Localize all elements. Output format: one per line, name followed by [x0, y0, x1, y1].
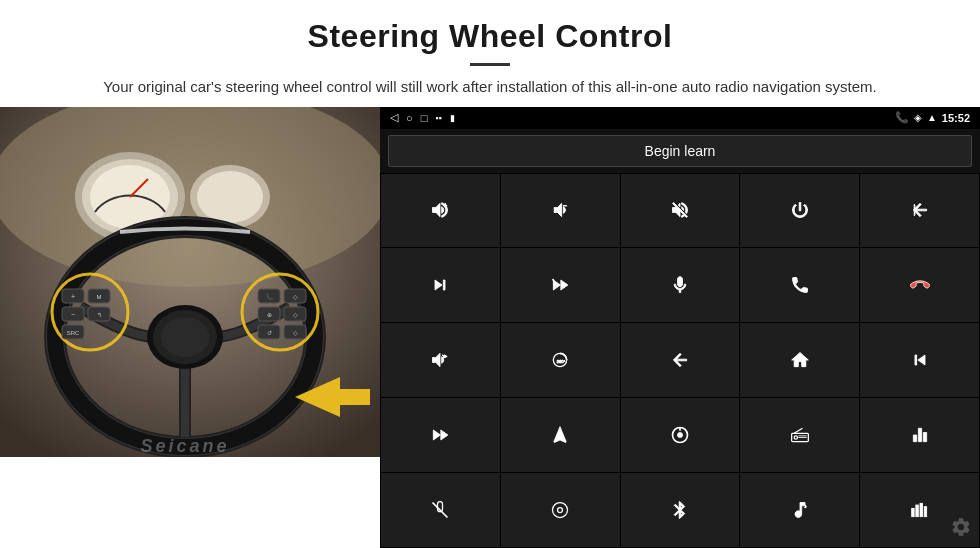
- phone-status-icon: 📞: [895, 111, 909, 124]
- header-section: Steering Wheel Control Your original car…: [0, 0, 980, 107]
- page-title: Steering Wheel Control: [60, 18, 920, 55]
- begin-learn-button[interactable]: Begin learn: [388, 135, 972, 167]
- svg-rect-59: [920, 503, 923, 516]
- skip-prev-button[interactable]: [860, 323, 979, 397]
- svg-text:−: −: [564, 203, 568, 210]
- vol-up-button[interactable]: +: [381, 174, 500, 248]
- page-container: Steering Wheel Control Your original car…: [0, 0, 980, 548]
- svg-text:SRC: SRC: [67, 330, 80, 336]
- svg-point-50: [794, 436, 797, 439]
- settings-gear-button[interactable]: [950, 516, 972, 542]
- music-note-button[interactable]: ♪: [740, 473, 859, 547]
- cam360-button[interactable]: 360°: [501, 323, 620, 397]
- svg-rect-58: [915, 505, 918, 517]
- home-nav-icon: ○: [406, 112, 413, 124]
- battery-icon: ▮: [450, 113, 455, 123]
- svg-text:↺: ↺: [267, 330, 272, 336]
- equalizer-button[interactable]: [860, 398, 979, 472]
- svg-text:+: +: [444, 203, 448, 210]
- microphone-button[interactable]: [621, 248, 740, 322]
- svg-text:+: +: [71, 293, 75, 300]
- radio-button[interactable]: [740, 398, 859, 472]
- svg-line-53: [433, 503, 448, 518]
- status-bar: ◁ ○ □ ▪▪ ▮ 📞 ◈ ▲ 15:52: [380, 107, 980, 129]
- car-image-section: + M − ↰ SRC 📞 ◇ ⊕ ◇ ↺ ◇: [0, 107, 380, 457]
- phone-prev-button[interactable]: [860, 174, 979, 248]
- vol-down-button[interactable]: −: [501, 174, 620, 248]
- settings-round-button[interactable]: [501, 473, 620, 547]
- status-bar-left: ◁ ○ □ ▪▪ ▮: [390, 111, 455, 124]
- mute-button[interactable]: [621, 174, 740, 248]
- svg-text:−: −: [71, 311, 75, 318]
- horn-button[interactable]: ≫: [381, 323, 500, 397]
- svg-point-13: [161, 317, 209, 357]
- skip-next-button[interactable]: [381, 248, 500, 322]
- wifi-status-icon: ▲: [927, 112, 937, 123]
- svg-text:♪: ♪: [804, 503, 807, 509]
- subtitle: Your original car's steering wheel contr…: [100, 76, 880, 99]
- controls-grid: + −: [380, 173, 980, 549]
- bluetooth-button[interactable]: [621, 473, 740, 547]
- svg-text:◇: ◇: [293, 294, 298, 300]
- svg-text:Seicane: Seicane: [140, 436, 229, 456]
- svg-text:⊕: ⊕: [267, 312, 272, 318]
- svg-text:360°: 360°: [557, 359, 566, 364]
- content-area: + M − ↰ SRC 📞 ◇ ⊕ ◇ ↺ ◇: [0, 107, 980, 549]
- back-button[interactable]: [621, 323, 740, 397]
- svg-text:◇: ◇: [293, 312, 298, 318]
- status-bar-right: 📞 ◈ ▲ 15:52: [895, 111, 970, 124]
- svg-point-54: [553, 503, 568, 518]
- status-time: 15:52: [942, 112, 970, 124]
- svg-text:M: M: [97, 294, 102, 300]
- fast-forward-button[interactable]: [381, 398, 500, 472]
- recents-nav-icon: □: [421, 112, 428, 124]
- title-divider: [470, 63, 510, 66]
- radio-wrapper: ◁ ○ □ ▪▪ ▮ 📞 ◈ ▲ 15:52: [380, 107, 980, 549]
- svg-line-42: [553, 279, 555, 281]
- svg-point-47: [677, 433, 682, 438]
- hang-up-button[interactable]: [860, 248, 979, 322]
- phone-call-button[interactable]: [740, 248, 859, 322]
- back-nav-icon: ◁: [390, 111, 398, 124]
- svg-text:◇: ◇: [293, 330, 298, 336]
- power-button[interactable]: [740, 174, 859, 248]
- mic3-button[interactable]: [381, 473, 500, 547]
- svg-text:↰: ↰: [97, 312, 102, 318]
- svg-rect-60: [924, 507, 927, 517]
- svg-text:≫: ≫: [442, 354, 447, 360]
- svg-text:📞: 📞: [266, 293, 274, 301]
- home-button[interactable]: [740, 323, 859, 397]
- navigate-button[interactable]: [501, 398, 620, 472]
- source-button[interactable]: [621, 398, 740, 472]
- svg-rect-57: [911, 508, 914, 516]
- location-status-icon: ◈: [914, 112, 922, 123]
- begin-learn-row: Begin learn: [380, 129, 980, 173]
- signal-icon: ▪▪: [435, 113, 441, 123]
- seek-forward-button[interactable]: [501, 248, 620, 322]
- svg-point-7: [197, 171, 263, 223]
- svg-point-55: [558, 508, 563, 513]
- radio-ui-section: ◁ ○ □ ▪▪ ▮ 📞 ◈ ▲ 15:52: [380, 107, 980, 549]
